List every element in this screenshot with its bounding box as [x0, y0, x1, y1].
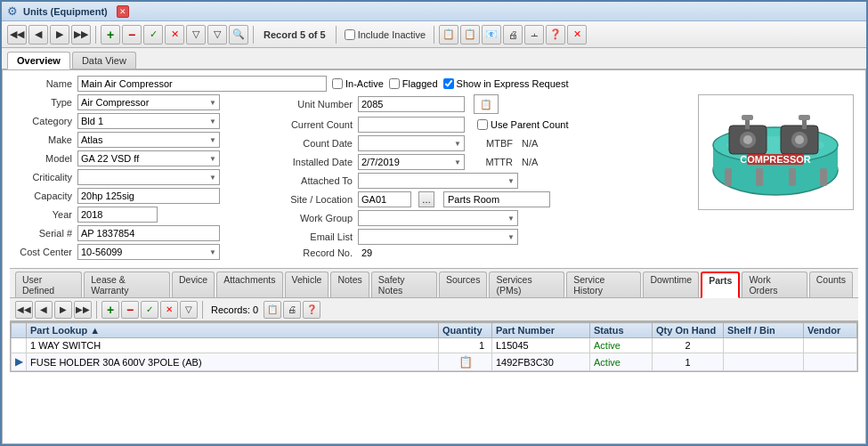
tab-user-defined[interactable]: User Defined	[15, 272, 82, 297]
cost-center-arrow[interactable]: ▼	[209, 248, 216, 256]
sub-nav-prev[interactable]: ◀	[35, 301, 53, 319]
sub-sep2	[202, 301, 203, 319]
col-qty-on-hand[interactable]: Qty On Hand	[653, 323, 724, 338]
svg-point-13	[795, 135, 804, 144]
nav-first-btn[interactable]: ◀◀	[7, 25, 27, 45]
filter-btn[interactable]: ▽	[186, 25, 206, 45]
flagged-text: Flagged	[402, 78, 438, 89]
email-list-label: Email List	[268, 231, 353, 242]
tab-attachments[interactable]: Attachments	[216, 272, 282, 297]
sub-print-btn[interactable]: 🖨	[283, 301, 301, 319]
print-btn[interactable]: 🖨	[503, 25, 523, 45]
year-input[interactable]	[77, 207, 158, 223]
tab-lease-warranty[interactable]: Lease & Warranty	[84, 272, 170, 297]
sub-copy-btn[interactable]: 📋	[264, 301, 281, 319]
unit-number-input[interactable]	[358, 96, 465, 112]
year-label: Year	[10, 209, 72, 220]
express-text: Show in Express Request	[457, 78, 569, 89]
nav-next-btn[interactable]: ▶	[50, 25, 69, 45]
sub-nav-first[interactable]: ◀◀	[15, 301, 33, 319]
tab-work-orders[interactable]: Work Orders	[742, 272, 807, 297]
flagged-label[interactable]: Flagged	[389, 78, 438, 89]
inactive-label[interactable]: In-Active	[332, 78, 384, 89]
sub-filter-btn[interactable]: ▽	[180, 301, 198, 319]
copy-btn[interactable]: 📋	[439, 25, 458, 45]
search-btn[interactable]: 🔍	[229, 25, 248, 45]
site-ellipsis-btn[interactable]: …	[418, 191, 434, 207]
current-count-input[interactable]	[358, 117, 465, 133]
parts-room-display: Parts Room	[443, 191, 550, 207]
row1-lookup: 1 WAY SWITCH	[27, 338, 439, 353]
help-btn[interactable]: ❓	[546, 25, 565, 45]
tab-service-history[interactable]: Service History	[566, 272, 641, 297]
serial-input[interactable]	[77, 225, 220, 241]
mtbf-label: MTBF	[477, 138, 513, 149]
tab-safety-notes[interactable]: Safety Notes	[371, 272, 437, 297]
close-button[interactable]: ✕	[117, 5, 129, 18]
tab-counts[interactable]: Counts	[809, 272, 853, 297]
email-list-arrow[interactable]: ▼	[507, 233, 515, 241]
col-vendor[interactable]: Vendor	[804, 323, 857, 338]
installed-date-arrow[interactable]: ▼	[454, 158, 461, 166]
filter2-btn[interactable]: ▽	[207, 25, 227, 45]
cancel-btn[interactable]: ✕	[165, 25, 184, 45]
col-status[interactable]: Status	[590, 323, 653, 338]
type-arrow[interactable]: ▼	[209, 99, 216, 107]
col-quantity[interactable]: Quantity	[439, 323, 492, 338]
sub-delete-btn[interactable]: −	[121, 301, 139, 319]
tab-vehicle[interactable]: Vehicle	[285, 272, 329, 297]
sub-save-btn[interactable]: ✓	[141, 301, 158, 319]
col-shelf-bin[interactable]: Shelf / Bin	[724, 323, 804, 338]
criticality-label: Criticality	[10, 172, 72, 182]
tab-parts[interactable]: Parts	[701, 272, 740, 298]
category-arrow[interactable]: ▼	[209, 118, 216, 126]
nav-prev-btn[interactable]: ◀	[28, 25, 48, 45]
delete-record-btn[interactable]: −	[122, 25, 142, 45]
site-location-input[interactable]	[358, 191, 411, 207]
type-label: Type	[10, 97, 72, 108]
sub-cancel-btn[interactable]: ✕	[160, 301, 178, 319]
tab-notes[interactable]: Notes	[330, 272, 369, 297]
include-inactive-checkbox[interactable]	[345, 29, 355, 40]
serial-label: Serial #	[10, 228, 72, 239]
sub-nav-next[interactable]: ▶	[54, 301, 72, 319]
nav-last-btn[interactable]: ▶▶	[71, 25, 91, 45]
criticality-arrow[interactable]: ▼	[209, 174, 216, 182]
tab-services-pms[interactable]: Services (PMs)	[489, 272, 564, 297]
tab-data-view[interactable]: Data View	[72, 52, 136, 69]
express-checkbox[interactable]	[443, 78, 454, 89]
sub-add-btn[interactable]: +	[101, 301, 119, 319]
tab-device[interactable]: Device	[172, 272, 215, 297]
express-label[interactable]: Show in Express Request	[443, 78, 569, 89]
name-input[interactable]	[77, 76, 327, 92]
parts-room-text: Parts Room	[448, 194, 499, 205]
model-arrow[interactable]: ▼	[209, 155, 216, 163]
clipboard-btn[interactable]: 📋	[474, 94, 499, 114]
tab-downtime[interactable]: Downtime	[643, 272, 699, 297]
work-group-arrow[interactable]: ▼	[507, 215, 515, 223]
email-btn[interactable]: 📧	[482, 25, 501, 45]
capacity-input[interactable]	[77, 188, 220, 204]
sub-nav-last[interactable]: ▶▶	[74, 301, 92, 319]
col-part-lookup[interactable]: Part Lookup ▲	[27, 323, 439, 338]
stop-btn[interactable]: ✕	[567, 25, 587, 45]
make-arrow[interactable]: ▼	[209, 136, 216, 144]
svg-rect-4	[725, 168, 732, 186]
app-icon: ⚙	[7, 4, 18, 18]
tab-sources[interactable]: Sources	[439, 272, 488, 297]
inactive-checkbox[interactable]	[332, 78, 343, 89]
use-parent-count-checkbox[interactable]	[477, 119, 488, 130]
use-parent-count-label[interactable]: Use Parent Count	[477, 119, 568, 130]
sep2	[253, 26, 254, 44]
sub-help-btn[interactable]: ❓	[303, 301, 320, 319]
copy2-btn[interactable]: 📋	[460, 25, 480, 45]
save-btn[interactable]: ✓	[143, 25, 163, 45]
tab-overview[interactable]: Overview	[7, 52, 70, 69]
add-record-btn[interactable]: +	[101, 25, 120, 45]
attached-to-arrow[interactable]: ▼	[507, 177, 515, 185]
include-inactive-label[interactable]: Include Inactive	[345, 29, 426, 40]
count-date-arrow[interactable]: ▼	[454, 140, 461, 148]
col-part-number[interactable]: Part Number	[492, 323, 590, 338]
flagged-checkbox[interactable]	[389, 78, 400, 89]
barcode-btn[interactable]: ⫠	[524, 25, 544, 45]
